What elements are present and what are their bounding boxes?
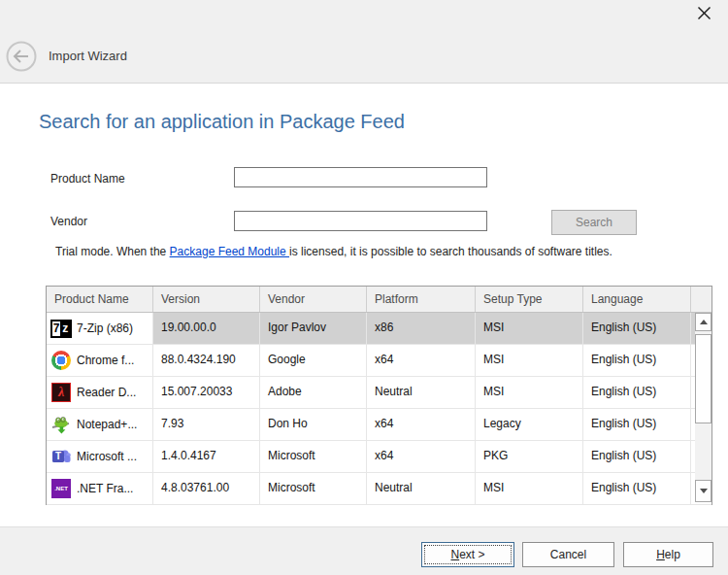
product-name-text: Chrome f...: [77, 354, 134, 367]
cell-vendor[interactable]: Don Ho: [260, 409, 367, 440]
product-name-text: .NET Fra...: [77, 482, 133, 495]
table-row[interactable]: λ Reader D... 15.007.20033 Adobe Neutral…: [47, 377, 711, 409]
cell-language[interactable]: English (US): [583, 473, 691, 504]
scroll-up-arrow-icon: [700, 320, 708, 324]
cell-version[interactable]: 1.4.0.4167: [153, 441, 260, 472]
cell-vendor[interactable]: Microsoft: [260, 441, 367, 472]
scrollbar-thumb[interactable]: [695, 334, 711, 423]
back-arrow-icon: [6, 41, 37, 72]
cell-product-name[interactable]: Notepad+...: [47, 409, 153, 440]
cell-platform[interactable]: x64: [367, 409, 476, 440]
help-button[interactable]: Help: [623, 542, 713, 567]
cell-vendor[interactable]: Adobe: [260, 377, 367, 408]
column-header-platform[interactable]: Platform: [367, 287, 476, 312]
cell-vendor[interactable]: Google: [260, 345, 367, 376]
close-icon: [697, 6, 711, 20]
cell-platform[interactable]: x64: [367, 345, 476, 376]
cell-language[interactable]: English (US): [583, 409, 691, 440]
table-header-row: Product Name Version Vendor Platform Set…: [47, 287, 711, 313]
table-row[interactable]: Notepad+... 7.93 Don Ho x64 Legacy Engli…: [47, 409, 711, 441]
cell-setup-type[interactable]: MSI: [476, 473, 583, 504]
cell-product-name[interactable]: .NET .NET Fra...: [47, 473, 153, 504]
column-header-product-name[interactable]: Product Name: [47, 287, 153, 312]
column-header-language[interactable]: Language: [583, 287, 691, 312]
svg-text:T: T: [55, 451, 61, 461]
column-header-stub: [691, 287, 711, 312]
cell-version[interactable]: 15.007.20033: [153, 377, 260, 408]
notepad-plus-plus-icon: [51, 415, 71, 434]
cell-version[interactable]: 88.0.4324.190: [153, 345, 260, 376]
column-header-vendor[interactable]: Vendor: [260, 287, 367, 312]
trial-notice-suffix: is licensed, it is possible to search th…: [289, 245, 612, 258]
trial-notice: Trial mode. When the Package Feed Module…: [55, 245, 612, 258]
column-header-setup-type[interactable]: Setup Type: [476, 287, 583, 312]
scroll-down-arrow-icon: [700, 489, 708, 493]
cell-setup-type[interactable]: Legacy: [476, 409, 583, 440]
product-name-text: 7-Zip (x86): [77, 321, 133, 335]
product-name-label: Product Name: [50, 172, 125, 186]
footer-bar: [0, 526, 728, 575]
table-row[interactable]: Chrome f... 88.0.4324.190 Google x64 MSI…: [47, 345, 711, 377]
cell-platform[interactable]: x86: [367, 313, 476, 344]
dotnet-icon: .NET: [51, 479, 71, 498]
table-row[interactable]: T Microsoft ... 1.4.0.4167 Microsoft x64…: [47, 441, 711, 473]
cell-version[interactable]: 7.93: [153, 409, 260, 440]
product-name-text: Microsoft ...: [77, 450, 137, 463]
page-title: Search for an application in Package Fee…: [39, 111, 405, 133]
scroll-up-button[interactable]: [695, 313, 711, 331]
package-feed-module-link[interactable]: Package Feed Module: [170, 245, 289, 258]
cell-vendor[interactable]: Microsoft: [260, 473, 367, 504]
product-name-text: Notepad+...: [77, 418, 137, 431]
table-row[interactable]: .NET .NET Fra... 4.8.03761.00 Microsoft …: [47, 473, 711, 505]
cell-version[interactable]: 4.8.03761.00: [153, 473, 260, 504]
cell-setup-type[interactable]: MSI: [476, 313, 583, 344]
search-button[interactable]: Search: [551, 210, 637, 235]
scrollbar-track[interactable]: [695, 331, 711, 480]
product-name-text: Reader D...: [77, 386, 136, 399]
7zip-icon: 7z: [51, 319, 71, 338]
scroll-down-button[interactable]: [695, 480, 711, 502]
cell-product-name[interactable]: 7z 7-Zip (x86): [47, 313, 153, 344]
cell-language[interactable]: English (US): [583, 345, 691, 376]
cell-product-name[interactable]: T Microsoft ...: [47, 441, 153, 472]
trial-notice-prefix: Trial mode. When the: [55, 245, 170, 258]
vertical-scrollbar[interactable]: [695, 313, 711, 502]
next-button[interactable]: Next >: [421, 542, 514, 567]
results-table: Product Name Version Vendor Platform Set…: [46, 286, 712, 505]
cell-platform[interactable]: Neutral: [367, 473, 476, 504]
cell-setup-type[interactable]: MSI: [476, 345, 583, 376]
chrome-icon: [51, 351, 71, 370]
adobe-reader-icon: λ: [51, 383, 71, 402]
cell-setup-type[interactable]: MSI: [476, 377, 583, 408]
back-button[interactable]: [6, 41, 37, 72]
cell-setup-type[interactable]: PKG: [476, 441, 583, 472]
cell-product-name[interactable]: Chrome f...: [47, 345, 153, 376]
cell-platform[interactable]: Neutral: [367, 377, 476, 408]
cell-language[interactable]: English (US): [583, 441, 691, 472]
cell-version[interactable]: 19.00.00.0: [153, 313, 260, 344]
wizard-title: Import Wizard: [49, 49, 127, 63]
vendor-label: Vendor: [50, 215, 87, 228]
cell-language[interactable]: English (US): [583, 313, 691, 344]
table-row[interactable]: 7z 7-Zip (x86) 19.00.00.0 Igor Pavlov x8…: [47, 313, 711, 345]
cell-vendor[interactable]: Igor Pavlov: [260, 313, 367, 344]
cell-product-name[interactable]: λ Reader D...: [47, 377, 153, 408]
wizard-header-band: Import Wizard: [0, 0, 728, 84]
close-button[interactable]: [693, 2, 714, 23]
column-header-version[interactable]: Version: [153, 287, 260, 312]
cell-platform[interactable]: x64: [367, 441, 476, 472]
vendor-input[interactable]: [234, 211, 487, 231]
microsoft-teams-icon: T: [51, 447, 71, 466]
cancel-button[interactable]: Cancel: [522, 542, 614, 567]
product-name-input[interactable]: [234, 167, 487, 187]
cell-language[interactable]: English (US): [583, 377, 691, 408]
